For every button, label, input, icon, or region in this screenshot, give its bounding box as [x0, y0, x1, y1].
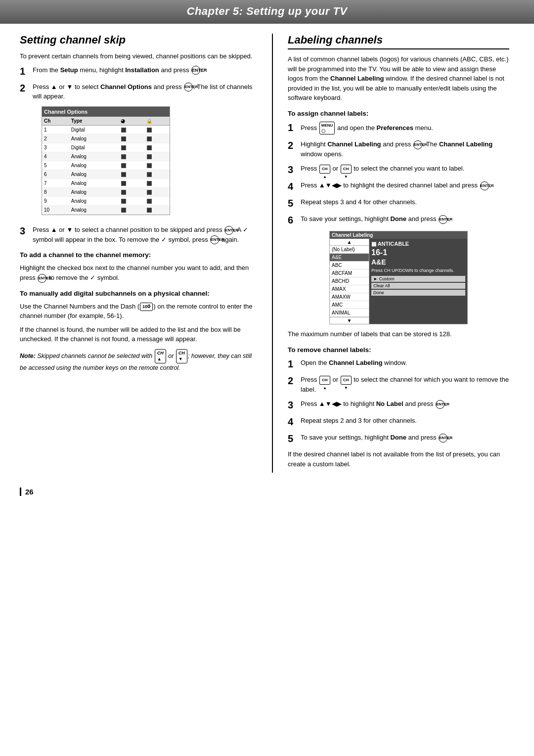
remove-step-1: 1 Open the Channel Labeling window.	[288, 358, 509, 370]
remove-step-5: 5 To save your settings, highlight Done …	[288, 433, 509, 445]
remove-step-1-num: 1	[288, 358, 297, 370]
table-row: 5Analog	[42, 161, 170, 170]
clear-all-button[interactable]: Clear All	[371, 283, 465, 289]
manual-add-heading: To manually add digital subchannels on a…	[20, 289, 257, 299]
list-item: (No Label)	[330, 246, 369, 254]
setup-label: Setup	[60, 66, 78, 74]
remove-step-3-num: 3	[288, 399, 297, 411]
list-item: ABCFAM	[330, 269, 369, 277]
menu-button: MENU◯	[319, 122, 335, 134]
step-1-num: 1	[20, 65, 29, 77]
labeling-table-wrap: Channel Labeling ▲ (No Label) A&E ABC AB…	[288, 231, 509, 324]
right-intro: A list of common channel labels (logos) …	[288, 54, 509, 103]
right-section-title: Labeling channels	[288, 34, 509, 49]
dash-button: 100̄	[140, 303, 153, 311]
channel-number-display: 16-1	[371, 248, 465, 257]
remove-step-1-content: Open the Channel Labeling window.	[301, 358, 509, 368]
channel-desc: Press CH UP/DOWN to change channels.	[371, 268, 465, 273]
table-row: 6Analog	[42, 170, 170, 179]
ch-up-remove: CH▲	[319, 376, 330, 385]
enter-button-3b: ENTER	[210, 235, 219, 244]
done-label-a6: Done	[390, 215, 406, 222]
assign-step-6-num: 6	[288, 214, 297, 226]
note-block: Note: Skipped channels cannot be selecte…	[20, 349, 257, 373]
left-column: Setting channel skip To prevent certain …	[20, 34, 257, 473]
step-3-content: Press ▲ or ▼ to select a channel positio…	[33, 225, 257, 244]
assign-step-1-num: 1	[288, 122, 297, 133]
preferences-label: Preferences	[377, 124, 413, 131]
assign-step-1-content: Press MENU◯ and open the Preferences men…	[301, 122, 509, 134]
done-label-r5: Done	[390, 434, 406, 441]
assign-step-4: 4 Press ▲▼◀▶ to highlight the desired ch…	[288, 180, 509, 192]
manual-text-2: If the channel is found, the number will…	[20, 325, 257, 344]
page-header: Chapter 5: Setting up your TV	[0, 0, 534, 24]
list-item: AMAX	[330, 285, 369, 293]
table-row: 7Analog	[42, 179, 170, 188]
labeling-table-body: ▲ (No Label) A&E ABC ABCFAM ABCHD AMAX A…	[330, 239, 467, 324]
main-content: Setting channel skip To prevent certain …	[0, 34, 534, 488]
labeling-table-header: Channel Labeling	[330, 231, 467, 239]
assign-heading: To assign channel labels:	[288, 109, 509, 119]
channel-labeling-label2: Channel Labeling	[439, 140, 492, 148]
assign-step-3-num: 3	[288, 164, 297, 176]
enter-button-1: ENTER	[191, 66, 200, 75]
assign-step-1: 1 Press MENU◯ and open the Preferences m…	[288, 122, 509, 134]
table-row: 1Digital	[42, 126, 170, 134]
step-3-num: 3	[20, 225, 29, 237]
labeling-detail: ▩ ANTICABLE 16-1 A&E Press CH UP/DOWN to…	[369, 239, 467, 324]
assign-step-3-content: Press CH▲ or CH▼ to select the channel y…	[301, 164, 509, 174]
col-type: Type	[69, 117, 119, 126]
list-item: ABC	[330, 262, 369, 269]
table-row: 2Analog	[42, 134, 170, 143]
enter-button-r5: ENTER	[439, 434, 447, 443]
remove-step-3: 3 Press ▲▼◀▶ to highlight No Label and p…	[288, 399, 509, 411]
custom-button[interactable]: ► Custom	[371, 276, 465, 282]
note-label: Note:	[20, 353, 36, 359]
remove-heading: To remove channel labels:	[288, 345, 509, 355]
channel-name-display: A&E	[371, 258, 465, 266]
list-item: AMAXW	[330, 293, 369, 301]
list-item: ANIMAL	[330, 309, 369, 317]
manual-text-1: Use the Channel Numbers and the Dash (10…	[20, 302, 257, 321]
remove-step-4-num: 4	[288, 416, 297, 428]
col-ch: Ch	[42, 117, 69, 126]
note-text: Skipped channels cannot be selected with…	[20, 353, 252, 371]
assign-step-4-content: Press ▲▼◀▶ to highlight the desired chan…	[301, 180, 509, 190]
right-column: Labeling channels A list of common chann…	[272, 34, 509, 473]
remove-step-2-num: 2	[288, 375, 297, 387]
assign-step-2: 2 Highlight Channel Labeling and press E…	[288, 139, 509, 159]
assign-step-2-num: 2	[288, 139, 297, 151]
assign-step-5-content: Repeat steps 3 and 4 for other channels.	[301, 197, 509, 207]
ch-up-btn: CH▲	[155, 349, 166, 363]
col-icon1: ◕	[119, 117, 144, 126]
list-item: ABCHD	[330, 277, 369, 285]
anticable-label: ▩ ANTICABLE	[371, 241, 465, 247]
enter-button-add: ENTER	[38, 274, 46, 283]
enter-button-a4: ENTER	[480, 181, 489, 190]
table-row: 9Analog	[42, 197, 170, 206]
step-1-content: From the Setup menu, highlight Installat…	[33, 65, 257, 75]
ch-down-remove: CH▼	[341, 376, 352, 385]
enter-button-a6: ENTER	[439, 215, 447, 224]
footer-text: If the desired channel label is not avai…	[288, 449, 509, 469]
page-footer: 26	[0, 488, 534, 506]
labeling-list: ▲ (No Label) A&E ABC ABCFAM ABCHD AMAX A…	[330, 239, 369, 324]
done-button[interactable]: Done	[371, 290, 465, 296]
installation-label: Installation	[125, 66, 159, 74]
no-label-text: No Label	[376, 400, 403, 407]
assign-step-6-content: To save your settings, highlight Done an…	[301, 214, 509, 224]
assign-step-5: 5 Repeat steps 3 and 4 for other channel…	[288, 197, 509, 209]
remove-step-5-content: To save your settings, highlight Done an…	[301, 433, 509, 443]
step-1: 1 From the Setup menu, highlight Install…	[20, 65, 257, 77]
assign-step-4-num: 4	[288, 180, 297, 192]
table-row: 10Analog	[42, 206, 170, 215]
assign-step-5-num: 5	[288, 197, 297, 209]
page: Chapter 5: Setting up your TV Setting ch…	[0, 0, 534, 756]
channel-labeling-open: Channel Labeling	[329, 359, 382, 366]
assign-step-3: 3 Press CH▲ or CH▼ to select the channel…	[288, 164, 509, 176]
remove-step-2: 2 Press CH▲ or CH▼ to select the channel…	[288, 375, 509, 394]
enter-button-2: ENTER	[184, 83, 193, 91]
assign-step-6: 6 To save your settings, highlight Done …	[288, 214, 509, 226]
enter-button-r3: ENTER	[436, 400, 445, 409]
remove-step-4: 4 Repeat steps 2 and 3 for other channel…	[288, 416, 509, 428]
